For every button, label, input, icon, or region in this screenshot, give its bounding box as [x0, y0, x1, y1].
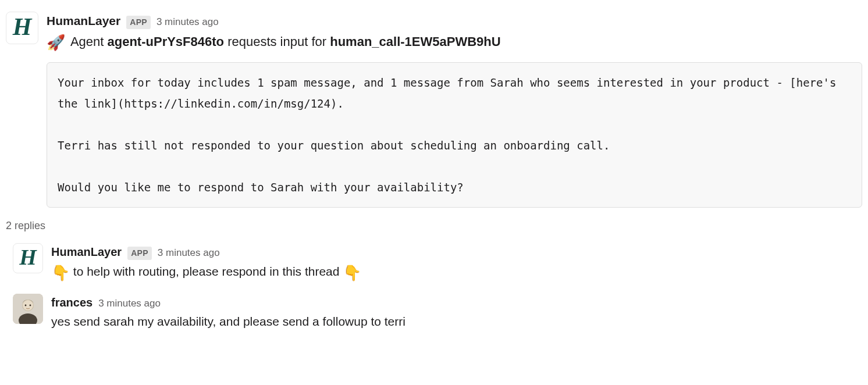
message-text: 👇 to help with routing, please respond i…: [51, 262, 862, 284]
reply-text: to help with routing, please respond in …: [70, 265, 343, 278]
timestamp[interactable]: 3 minutes ago: [158, 245, 220, 261]
message-header: HumanLayer APP 3 minutes ago: [47, 12, 862, 30]
call-id: human_call-1EW5aPWB9hU: [330, 34, 500, 49]
reply-message: H HumanLayer APP 3 minutes ago 👇 to help…: [13, 243, 862, 286]
text-prefix: Agent: [67, 34, 108, 49]
svg-point-4: [25, 305, 27, 306]
code-block: Your inbox for today includes 1 spam mes…: [47, 62, 862, 208]
message-body: HumanLayer APP 3 minutes ago 👇 to help w…: [51, 243, 862, 286]
rocket-icon: 🚀: [47, 31, 65, 54]
avatar[interactable]: H: [6, 12, 38, 44]
avatar-glyph: H: [19, 243, 37, 273]
timestamp[interactable]: 3 minutes ago: [156, 15, 219, 30]
replies-count[interactable]: 2 replies: [6, 218, 862, 234]
point-down-icon: 👇: [343, 264, 361, 281]
svg-point-5: [30, 305, 31, 306]
avatar-glyph: H: [13, 12, 32, 44]
message-text: 🚀 Agent agent-uPrYsF846to requests input…: [47, 31, 862, 54]
point-down-icon: 👇: [51, 264, 70, 281]
message-main: H HumanLayer APP 3 minutes ago 🚀 Agent a…: [6, 12, 862, 208]
avatar[interactable]: [13, 294, 43, 324]
agent-id: agent-uPrYsF846to: [108, 34, 225, 49]
message-body: frances 3 minutes ago yes send sarah my …: [51, 294, 862, 332]
message-header: frances 3 minutes ago: [51, 294, 862, 311]
timestamp[interactable]: 3 minutes ago: [98, 296, 161, 311]
sender-name[interactable]: HumanLayer: [47, 12, 120, 30]
avatar[interactable]: H: [13, 243, 43, 273]
sender-name[interactable]: HumanLayer: [51, 243, 122, 261]
message-body: HumanLayer APP 3 minutes ago 🚀 Agent age…: [47, 12, 862, 208]
sender-name[interactable]: frances: [51, 294, 93, 311]
message-text: yes send sarah my availability, and plea…: [51, 312, 862, 331]
app-badge: APP: [127, 247, 152, 260]
message-header: HumanLayer APP 3 minutes ago: [51, 243, 862, 261]
reply-message: frances 3 minutes ago yes send sarah my …: [13, 294, 862, 332]
text-mid: requests input for: [224, 34, 330, 49]
app-badge: APP: [126, 16, 151, 29]
user-avatar-icon: [13, 294, 43, 324]
